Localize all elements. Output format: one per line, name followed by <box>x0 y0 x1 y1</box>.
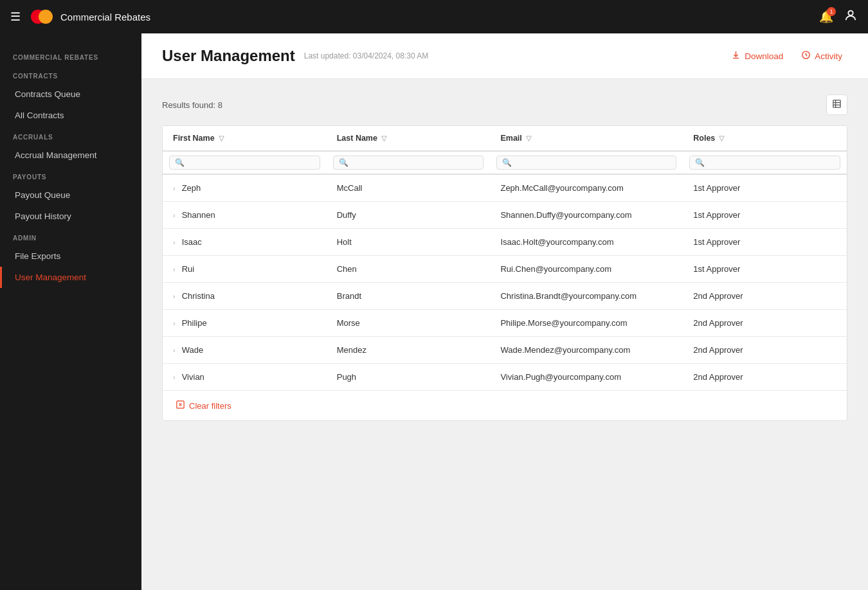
row-expand-icon[interactable]: › <box>173 292 176 300</box>
row-expand-icon[interactable]: › <box>173 211 176 219</box>
search-roles-cell: 🔍 <box>683 151 847 174</box>
cell-email: Philipe.Morse@yourcompany.com <box>490 310 683 337</box>
cell-first-name: ›Isaac <box>163 229 327 256</box>
clear-filters-label: Clear filters <box>189 401 231 411</box>
svg-rect-2 <box>833 100 840 107</box>
sidebar-item-file-exports[interactable]: File Exports <box>0 246 141 267</box>
cell-role: 1st Approver <box>683 229 847 256</box>
app-logo: Commercial Rebates <box>31 9 150 24</box>
last-updated: Last updated: 03/04/2024, 08:30 AM <box>304 51 429 60</box>
sidebar-item-contracts-queue[interactable]: Contracts Queue <box>0 84 141 105</box>
sidebar-item-all-contracts[interactable]: All Contracts <box>0 105 141 126</box>
clear-filters-button[interactable]: Clear filters <box>176 400 231 411</box>
app-title: Commercial Rebates <box>60 12 150 22</box>
cell-last-name: Brandt <box>327 283 491 310</box>
clear-filters-icon <box>176 400 185 411</box>
search-email-cell: 🔍 <box>490 151 683 174</box>
table-row: ›IsaacHoltIsaac.Holt@yourcompany.com1st … <box>163 229 847 256</box>
search-first-name-icon: 🔍 <box>175 158 185 167</box>
row-expand-icon[interactable]: › <box>173 184 176 192</box>
search-first-name-cell: 🔍 <box>163 151 327 174</box>
cell-email: Wade.Mendez@yourcompany.com <box>490 337 683 364</box>
col-first-name: First Name ▽ <box>163 126 327 151</box>
cell-role: 1st Approver <box>683 256 847 283</box>
row-expand-icon[interactable]: › <box>173 373 176 381</box>
page-title: User Management <box>162 47 295 65</box>
cell-first-name: ›Vivian <box>163 364 327 391</box>
notification-badge: 1 <box>827 7 836 16</box>
filter-email-icon[interactable]: ▽ <box>526 134 531 143</box>
search-roles-icon: 🔍 <box>695 158 705 167</box>
users-table: First Name ▽ Last Name ▽ <box>163 126 847 420</box>
sidebar-section-contracts: CONTRACTS <box>0 65 141 84</box>
sidebar-item-payout-history[interactable]: Payout History <box>0 206 141 227</box>
top-nav: ☰ Commercial Rebates 🔔 1 <box>0 0 868 33</box>
col-roles: Roles ▽ <box>683 126 847 151</box>
row-expand-icon[interactable]: › <box>173 265 176 273</box>
user-profile-button[interactable] <box>844 8 858 26</box>
results-count: Results found: 8 <box>162 100 222 110</box>
sidebar-item-payout-queue[interactable]: Payout Queue <box>0 184 141 206</box>
first-name-value: Philipe <box>182 318 207 328</box>
first-name-value: Vivian <box>182 372 204 382</box>
sidebar-item-accrual-management[interactable]: Accrual Management <box>0 145 141 166</box>
cell-email: Zeph.McCall@yourcompany.com <box>490 174 683 202</box>
activity-icon <box>801 50 811 62</box>
download-button[interactable]: Download <box>726 46 788 66</box>
sidebar-section-payouts: PAYOUTS <box>0 166 141 184</box>
filter-first-name-icon[interactable]: ▽ <box>219 134 224 143</box>
filter-last-name-icon[interactable]: ▽ <box>381 134 386 143</box>
page-header: User Management Last updated: 03/04/2024… <box>141 33 868 79</box>
search-roles-input[interactable] <box>707 158 835 167</box>
table-row: ›ZephMcCallZeph.McCall@yourcompany.com1s… <box>163 174 847 202</box>
cell-first-name: ›Wade <box>163 337 327 364</box>
row-expand-icon[interactable]: › <box>173 319 176 327</box>
cell-last-name: Mendez <box>327 337 491 364</box>
cell-email: Isaac.Holt@yourcompany.com <box>490 229 683 256</box>
table-settings-button[interactable] <box>826 94 847 115</box>
filter-roles-icon[interactable]: ▽ <box>719 134 724 143</box>
notifications-button[interactable]: 🔔 1 <box>819 10 833 24</box>
activity-button[interactable]: Activity <box>796 46 847 66</box>
sidebar-top-label: COMMERCIAL REBATES <box>0 46 141 65</box>
table-search-row: 🔍 🔍 <box>163 151 847 174</box>
cell-role: 2nd Approver <box>683 364 847 391</box>
menu-button[interactable]: ☰ <box>10 10 21 24</box>
users-table-wrapper: First Name ▽ Last Name ▽ <box>162 125 847 421</box>
cell-email: Vivian.Pugh@yourcompany.com <box>490 364 683 391</box>
cell-role: 2nd Approver <box>683 283 847 310</box>
header-actions: Download Activity <box>726 46 847 66</box>
search-last-name-cell: 🔍 <box>327 151 491 174</box>
cell-last-name: Chen <box>327 256 491 283</box>
app-layout: COMMERCIAL REBATES CONTRACTSContracts Qu… <box>0 33 868 590</box>
search-last-name-input[interactable] <box>351 158 478 167</box>
download-icon <box>731 50 741 62</box>
cell-first-name: ›Philipe <box>163 310 327 337</box>
cell-role: 1st Approver <box>683 202 847 229</box>
cell-last-name: Pugh <box>327 364 491 391</box>
search-first-name-input[interactable] <box>187 158 314 167</box>
svg-point-0 <box>848 10 853 15</box>
first-name-value: Isaac <box>182 237 202 247</box>
main-content: User Management Last updated: 03/04/2024… <box>141 33 868 590</box>
first-name-value: Rui <box>182 264 195 274</box>
table-row: ›ChristinaBrandtChristina.Brandt@yourcom… <box>163 283 847 310</box>
cell-email: Shannen.Duffy@yourcompany.com <box>490 202 683 229</box>
table-row: ›VivianPughVivian.Pugh@yourcompany.com2n… <box>163 364 847 391</box>
table-row: ›WadeMendezWade.Mendez@yourcompany.com2n… <box>163 337 847 364</box>
row-expand-icon[interactable]: › <box>173 346 176 354</box>
sidebar-section-admin: ADMIN <box>0 227 141 246</box>
cell-role: 2nd Approver <box>683 337 847 364</box>
cell-role: 2nd Approver <box>683 310 847 337</box>
sidebar: COMMERCIAL REBATES CONTRACTSContracts Qu… <box>0 33 141 590</box>
table-row: ›RuiChenRui.Chen@yourcompany.com1st Appr… <box>163 256 847 283</box>
first-name-value: Christina <box>182 291 215 301</box>
cell-last-name: McCall <box>327 174 491 202</box>
first-name-value: Zeph <box>182 183 201 193</box>
sidebar-item-user-management[interactable]: User Management <box>0 267 141 288</box>
search-email-input[interactable] <box>514 158 671 167</box>
cell-last-name: Morse <box>327 310 491 337</box>
mastercard-logo-icon <box>31 9 54 24</box>
col-email: Email ▽ <box>490 126 683 151</box>
row-expand-icon[interactable]: › <box>173 238 176 246</box>
